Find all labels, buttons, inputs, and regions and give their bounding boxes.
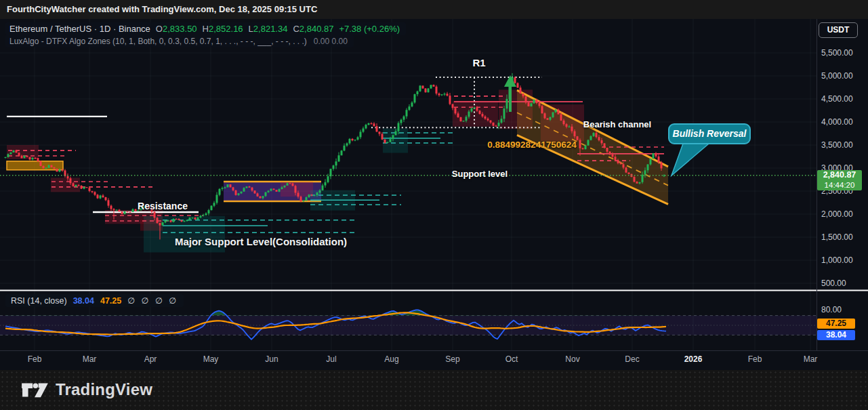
grid [0,19,817,350]
zone-supply[interactable] [453,101,498,127]
zone-supply[interactable] [281,182,313,197]
main-chart-canvas[interactable] [0,0,868,410]
separators [0,19,868,351]
callout-tail [671,144,709,176]
rsi-pane [0,310,817,340]
tradingview-chart-window: FourthCityWatcher created with TradingVi… [0,0,868,410]
algo-zones [7,89,584,252]
